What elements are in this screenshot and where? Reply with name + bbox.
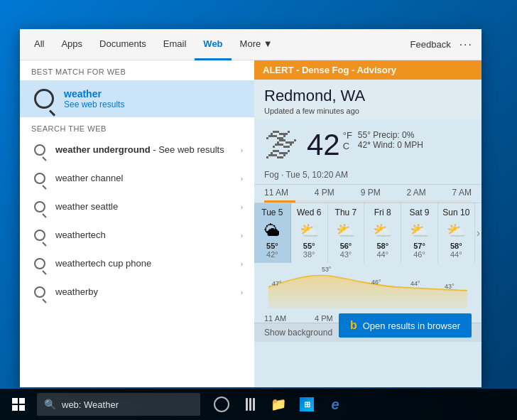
task-view-button[interactable]: [237, 392, 263, 417]
result-search-icon-3: [31, 227, 48, 244]
result-search-icon-0: [31, 141, 48, 158]
task-view-icon: [246, 398, 255, 411]
windows-logo-icon: [12, 398, 25, 411]
forecast-day-4[interactable]: Sat 9 ⛅ 57° 46°: [401, 203, 438, 263]
weather-alert: ALERT - Dense Fog - Advisory: [254, 60, 481, 80]
result-chevron-5: ›: [241, 289, 243, 296]
forecast-lo-0: 42°: [266, 250, 278, 259]
taskbar-icons: 📁 ⊞ e: [209, 392, 348, 417]
forecast-icon-2: ⛅: [336, 222, 355, 240]
best-match-text: weather See web results: [64, 88, 124, 109]
svg-text:43°: 43°: [445, 283, 455, 290]
result-text-2: weather seattle: [55, 201, 241, 213]
tab-apps[interactable]: Apps: [53, 29, 91, 60]
taskbar-search-text: web: Weather: [62, 399, 119, 410]
tab-more[interactable]: More ▼: [232, 29, 281, 60]
result-item-5[interactable]: weatherby ›: [20, 278, 254, 306]
result-item-0[interactable]: weather underground - See web results ›: [20, 136, 254, 164]
result-text-4: weathertech cup phone: [55, 258, 241, 270]
result-chevron-4: ›: [241, 260, 243, 268]
taskbar-search-bar[interactable]: 🔍 web: Weather: [37, 393, 200, 416]
result-item-3[interactable]: weathertech ›: [20, 221, 254, 249]
best-match-label: Best match for web: [20, 60, 254, 80]
best-match-title: weather: [64, 88, 124, 99]
result-chevron-2: ›: [241, 203, 243, 211]
forecast-day-name-2: Thu 7: [335, 208, 357, 217]
cortana-icon: [214, 397, 229, 412]
forecast-lo-1: 38°: [303, 250, 315, 259]
temp-units: °F C: [343, 130, 352, 151]
forecast-hi-3: 58°: [376, 242, 388, 250]
result-search-icon-2: [31, 198, 48, 215]
result-item-1[interactable]: weather channel ›: [20, 164, 254, 193]
chart-label-0: 11 AM: [264, 314, 286, 323]
forecast-lo-3: 44°: [376, 250, 388, 259]
forecast-day-name-4: Sat 9: [410, 208, 430, 217]
result-search-icon-5: [31, 284, 48, 301]
forecast-day-3[interactable]: Fri 8 ⛅ 58° 44°: [364, 203, 401, 263]
result-chevron-1: ›: [241, 175, 243, 183]
result-item-2[interactable]: weather seattle ›: [20, 193, 254, 221]
result-chevron-0: ›: [241, 146, 243, 154]
svg-text:53°: 53°: [322, 266, 332, 273]
svg-text:46°: 46°: [371, 279, 381, 286]
time-label-4: 7 AM: [452, 188, 472, 198]
result-item-4[interactable]: weathertech cup phone ›: [20, 249, 254, 278]
tab-web[interactable]: Web: [195, 29, 231, 60]
search-web-label: Search the web: [20, 117, 254, 136]
edge-button[interactable]: e: [322, 392, 348, 417]
temp-fahrenheit: °F: [343, 130, 352, 141]
feedback-button[interactable]: Feedback: [405, 39, 457, 50]
result-chevron-3: ›: [241, 232, 243, 239]
forecast-next-chevron[interactable]: ›: [475, 203, 481, 263]
weather-icon-cloud: 🌫: [264, 125, 298, 164]
taskbar: 🔍 web: Weather 📁 ⊞ e: [0, 389, 517, 420]
forecast-hi-2: 56°: [340, 242, 352, 250]
weather-panel: ALERT - Dense Fog - Advisory Redmond, WA…: [254, 60, 481, 387]
left-panel: Best match for web weather See web resul…: [20, 60, 254, 387]
weather-condition: Fog · Tue 5, 10:20 AM: [254, 170, 481, 184]
time-label-2: 9 PM: [361, 188, 381, 198]
weather-search-icon: [31, 86, 57, 112]
forecast-day-5[interactable]: Sun 10 ⛅ 58° 44°: [438, 203, 475, 263]
forecast-icon-4: ⛅: [410, 222, 429, 240]
result-search-icon-1: [31, 170, 48, 187]
forecast-day-0[interactable]: Tue 5 🌥 55° 42°: [254, 203, 291, 263]
forecast-hi-5: 58°: [450, 242, 462, 250]
taskbar-search-icon: 🔍: [44, 399, 56, 410]
tab-all[interactable]: All: [26, 29, 53, 60]
search-window: All Apps Documents Email Web More ▼ Feed…: [20, 29, 481, 387]
result-text-1: weather channel: [55, 173, 241, 185]
show-background-link[interactable]: Show background: [264, 328, 332, 338]
forecast-day-name-3: Fri 8: [374, 208, 391, 217]
tab-email[interactable]: Email: [155, 29, 195, 60]
cortana-button[interactable]: [209, 392, 234, 417]
more-options-button[interactable]: ···: [457, 38, 476, 51]
temp-detail-1: 55° Precip: 0%: [358, 130, 423, 140]
temperature-row: 42 °F C 55° Precip: 0% 42* Wind: 0 MPH: [307, 130, 423, 160]
weather-main: 🌫 42 °F C 55° Precip: 0% 42* Wind: 0 MPH: [254, 119, 481, 170]
forecast-icon-5: ⛅: [447, 222, 466, 240]
store-button[interactable]: ⊞: [294, 392, 320, 417]
result-text-3: weathertech: [55, 230, 241, 242]
forecast-hi-4: 57°: [413, 242, 425, 250]
chart-label-1: 4 PM: [315, 314, 333, 323]
forecast-icon-0: 🌥: [264, 222, 280, 240]
file-explorer-button[interactable]: 📁: [266, 392, 291, 417]
time-label-0: 11 AM: [264, 188, 288, 198]
open-results-button[interactable]: b Open results in browser: [339, 313, 472, 338]
store-icon: ⊞: [300, 397, 314, 411]
forecast-day-name-1: Wed 6: [297, 208, 321, 217]
desktop: All Apps Documents Email Web More ▼ Feed…: [0, 0, 517, 420]
temp-details: 55° Precip: 0% 42* Wind: 0 MPH: [358, 130, 423, 150]
time-label-1: 4 PM: [315, 188, 334, 198]
best-match-subtitle: See web results: [64, 99, 124, 109]
tab-documents[interactable]: Documents: [91, 29, 155, 60]
forecast-day-2[interactable]: Thu 7 ⛅ 56° 43°: [328, 203, 365, 263]
open-results-label: Open results in browser: [363, 321, 460, 331]
chart-svg: 47° 53° 46° 44° 43°: [264, 266, 472, 308]
forecast-day-1[interactable]: Wed 6 ⛅ 55° 38°: [291, 203, 328, 263]
start-button[interactable]: [3, 389, 34, 420]
tab-bar: All Apps Documents Email Web More ▼ Feed…: [20, 29, 481, 60]
best-match-item[interactable]: weather See web results: [20, 80, 254, 117]
